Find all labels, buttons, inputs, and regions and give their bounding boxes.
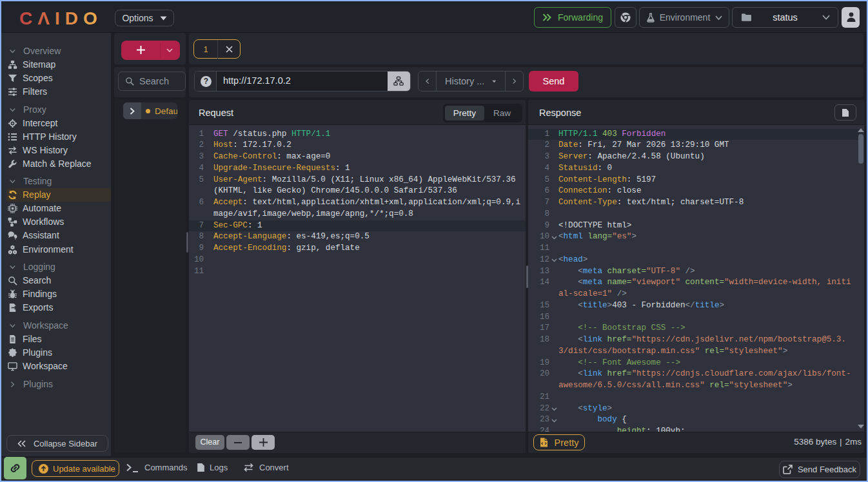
svg-text:CΛIDO: CΛIDO	[19, 8, 103, 27]
